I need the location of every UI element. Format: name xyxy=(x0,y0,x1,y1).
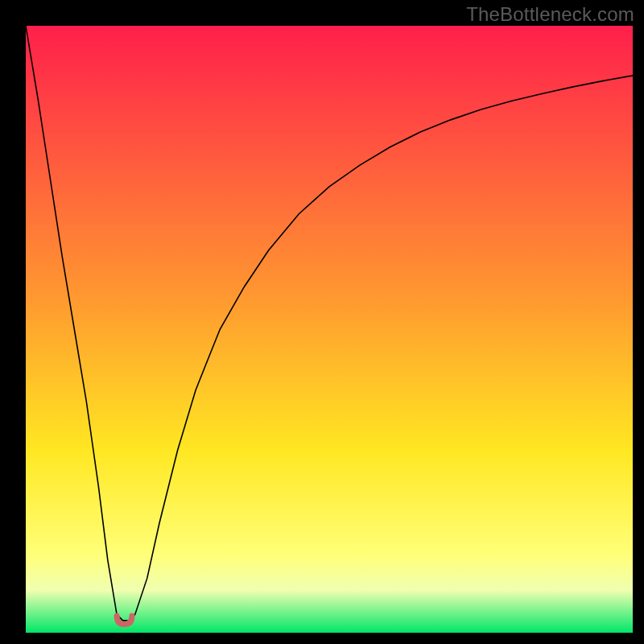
watermark-label: TheBottleneck.com xyxy=(466,3,634,26)
chart-frame: TheBottleneck.com xyxy=(0,0,644,644)
chart-svg xyxy=(26,26,633,633)
plot-area xyxy=(26,26,633,633)
gradient-background xyxy=(26,26,633,633)
